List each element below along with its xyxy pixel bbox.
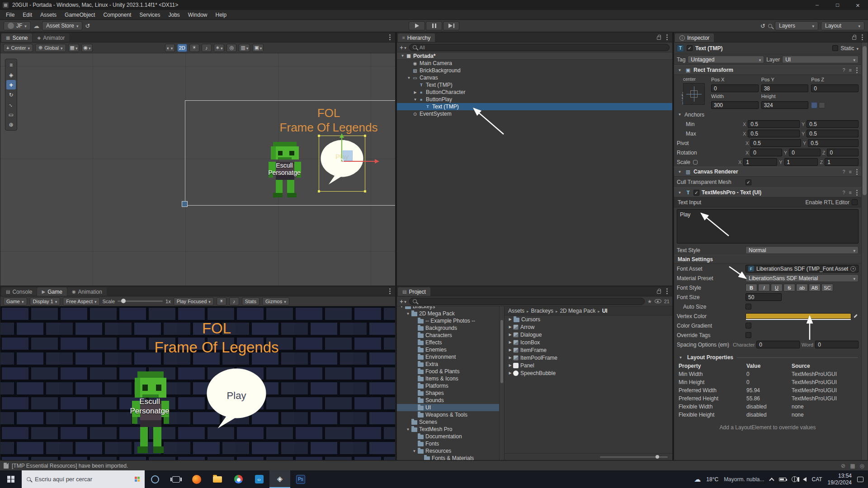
favorites-icon[interactable] [647,298,652,305]
vscode-button[interactable] [249,470,269,488]
tmp-header[interactable]: TextMeshPro - Text (UI) [674,188,861,197]
menu-edit[interactable]: Edit [19,10,36,19]
override-tags-checkbox[interactable] [745,332,751,338]
foldout-icon[interactable] [507,317,513,321]
aspect-dropdown[interactable]: Free Aspect [63,297,99,305]
lock-icon[interactable] [852,37,856,40]
hierarchy-item-eventsystem[interactable]: EventSystem [397,110,672,117]
panel-menu-icon[interactable] [389,291,391,292]
game-viewport[interactable]: FOL Frame Of Legends Escull Personatge [0,306,395,460]
asset-iconbox[interactable]: IconBox [505,338,672,346]
rtl-checkbox[interactable] [852,199,858,205]
folder-fonts-materials[interactable]: Fonts & Materials [397,455,504,460]
file-explorer-button[interactable] [207,470,228,488]
slider-thumb[interactable] [656,455,659,459]
folder-characters[interactable]: Characters [397,332,504,339]
project-search-input[interactable] [409,298,645,305]
asset-speechbubble[interactable]: SpeechBubble [505,369,672,377]
menu-window[interactable]: Window [184,10,212,19]
foldout-icon[interactable] [405,427,411,432]
main-settings-header[interactable]: Main Settings [674,255,861,264]
anchor-min-y-field[interactable]: 0.5 [807,120,859,128]
anchor-min-x-field[interactable]: 0.5 [748,120,800,128]
shading-mode-dropdown[interactable] [165,44,175,52]
folder-shapes[interactable]: Shapes [397,389,504,397]
maximize-button[interactable] [827,0,848,10]
raw-edit-mode-button[interactable] [819,102,825,108]
asset-store-dropdown[interactable]: Asset Store [42,21,83,30]
tool-handle-rotation-dropdown[interactable]: Global [35,44,66,52]
cloud-icon[interactable] [33,23,39,29]
mesh-debug-dropdown[interactable] [239,44,250,52]
scale-slider[interactable] [118,300,163,302]
object-picker-icon[interactable] [850,266,856,272]
language-indicator[interactable]: CAT [812,476,822,483]
canvas-renderer-header[interactable]: Canvas Renderer [674,167,861,177]
progress-icon[interactable] [860,463,864,469]
lowercase-button[interactable]: ab [796,284,808,291]
tab-console[interactable]: ▤ Console [1,287,37,296]
folder-food-plants[interactable]: Food & Plants [397,368,504,375]
action-center-icon[interactable] [857,477,863,482]
menu-help[interactable]: Help [212,10,231,19]
tab-inspector[interactable]: Inspector [675,33,714,42]
hierarchy-item-scene[interactable]: Portada* [397,52,672,60]
breadcrumb-assets[interactable]: Assets [508,308,524,314]
play-button[interactable] [409,21,425,30]
tool-handle-position-dropdown[interactable]: Center [3,44,33,52]
add-asset-button[interactable] [400,298,406,305]
slider-thumb[interactable] [121,299,126,303]
clock[interactable]: 13:54 19/2/2024 [828,473,852,486]
width-field[interactable]: 300 [711,101,759,109]
help-icon[interactable] [842,67,845,73]
folder-backgrounds[interactable]: Backgrounds [397,324,504,332]
snap-increment-button[interactable] [81,44,92,52]
unity-button[interactable] [269,470,290,488]
layout-properties-header[interactable]: Layout Properties [674,353,861,362]
hierarchy-item-main-camera[interactable]: Main Camera [397,60,672,67]
asset-dialogue[interactable]: Dialogue [505,331,672,338]
mute-icon[interactable] [841,463,845,469]
folder-ui-selected[interactable]: UI [397,404,504,411]
auto-size-checkbox[interactable] [745,304,751,310]
component-menu-icon[interactable] [856,70,858,71]
capture-button[interactable] [217,297,226,305]
foldout-icon[interactable] [507,325,513,329]
tab-project[interactable]: ▤ Project [398,287,430,296]
layers-dropdown[interactable]: Layers [775,21,818,30]
pos-x-field[interactable]: 0 [711,84,759,92]
help-icon[interactable] [842,189,845,196]
tools-grip-icon[interactable] [6,60,16,70]
gizmos-dropdown[interactable]: Gizmos [262,297,289,305]
foldout-icon[interactable] [677,170,683,174]
tree-scrollbar[interactable] [499,306,504,460]
anchor-max-y-field[interactable]: 0.5 [807,130,859,137]
pivot-x-field[interactable]: 0.5 [750,139,801,147]
folder-example-photos[interactable]: -- Example Photos -- [397,317,504,324]
menu-component[interactable]: Component [99,10,135,19]
foldout-icon[interactable] [406,76,412,80]
game-target-dropdown[interactable]: Game [3,297,27,305]
foldout-icon[interactable] [411,449,417,453]
presets-icon[interactable] [849,67,852,73]
component-menu-icon[interactable] [856,171,858,173]
foldout-icon[interactable] [399,306,405,309]
scene-lighting-button[interactable] [189,44,199,52]
scene-viewport[interactable]: FOL Frame Of Legends Escull Personatge [0,53,395,286]
battery-icon[interactable] [779,478,786,481]
italic-button[interactable]: I [758,284,770,291]
folder-environment[interactable]: Environment [397,353,504,361]
toggle-2d-button[interactable]: 2D [177,44,187,52]
tab-scene[interactable]: ▦ Scene [1,33,32,42]
static-checkbox[interactable] [832,45,838,51]
rotate-tool-button[interactable] [6,90,16,99]
vertex-color-swatch[interactable] [745,313,851,319]
pause-button[interactable] [426,21,442,30]
tab-game[interactable]: ▶ Game [37,287,66,296]
scrollbar-thumb[interactable] [500,320,503,383]
menu-assets[interactable]: Assets [36,10,61,19]
cull-transparent-mesh-checkbox[interactable] [745,179,751,185]
tab-animation[interactable]: ◉ Animation [67,287,107,296]
play-focused-dropdown[interactable]: Play Focused [174,297,214,305]
hierarchy-item-canvas[interactable]: Canvas [397,74,672,81]
